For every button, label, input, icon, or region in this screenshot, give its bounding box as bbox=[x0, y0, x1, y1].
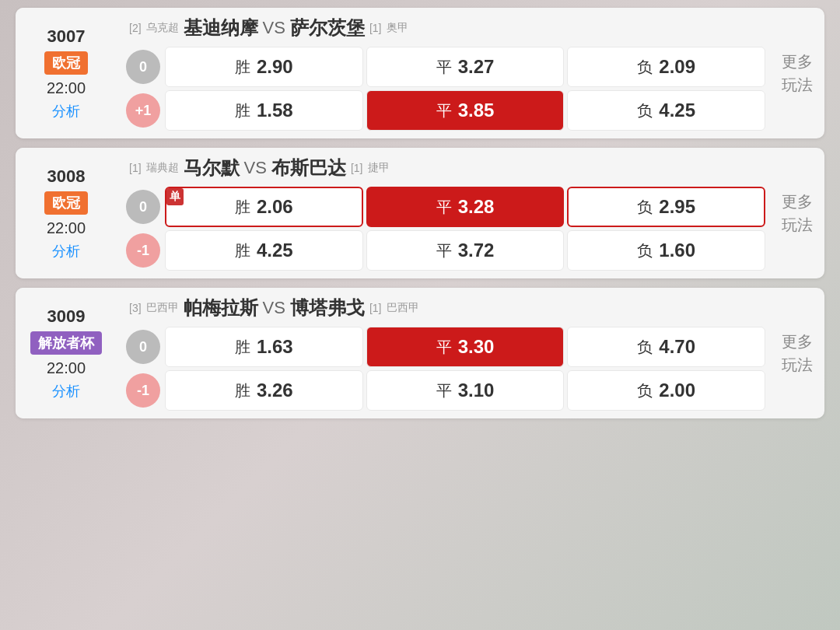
odds-value: 3.28 bbox=[458, 196, 495, 218]
odds-cell-2[interactable]: 负4.70 bbox=[567, 327, 765, 367]
odds-cell-wrapper-1: 平3.10 bbox=[366, 370, 565, 411]
odds-section: 0单胜2.06平3.28负2.95-1胜4.25平3.72负1.60 bbox=[121, 184, 770, 274]
odds-cell-0[interactable]: 胜2.06 bbox=[165, 187, 363, 227]
odds-value: 3.85 bbox=[458, 100, 495, 121]
match-time: 22:00 bbox=[47, 219, 86, 237]
odds-cells: 胜4.25平3.72负1.60 bbox=[165, 230, 765, 271]
match-id: 3008 bbox=[47, 166, 86, 187]
odds-type-label: 负 bbox=[637, 240, 653, 261]
odds-cell-0[interactable]: 胜2.90 bbox=[165, 47, 363, 87]
odds-cell-1[interactable]: 平3.10 bbox=[366, 370, 565, 411]
odds-cells: 胜1.58平3.85负4.25 bbox=[165, 90, 765, 131]
league-badge[interactable]: 欧冠 bbox=[44, 51, 88, 75]
vs-label: VS bbox=[263, 298, 285, 318]
match-time: 22:00 bbox=[47, 79, 86, 97]
odds-cell-1[interactable]: 平3.30 bbox=[366, 327, 565, 367]
odds-cell-1[interactable]: 平3.28 bbox=[366, 187, 565, 227]
analyze-link[interactable]: 分析 bbox=[52, 102, 80, 121]
odds-cell-wrapper-0: 胜1.63 bbox=[165, 327, 363, 367]
right-league-rank: [1] bbox=[351, 162, 363, 174]
single-badge: 单 bbox=[166, 188, 184, 205]
odds-type-label: 胜 bbox=[235, 57, 250, 78]
odds-value: 3.26 bbox=[257, 380, 293, 401]
match-title-row: [2] 乌克超 基迪纳摩 VS 萨尔茨堡 [1] 奥甲 bbox=[121, 12, 770, 44]
odds-row-0: 0胜1.63平3.30负4.70 bbox=[126, 327, 765, 367]
odds-value: 3.10 bbox=[458, 380, 495, 401]
more-panel[interactable]: 更多玩法 bbox=[770, 148, 824, 278]
odds-cell-wrapper-2: 负1.60 bbox=[567, 230, 765, 271]
team1-name: 马尔默 bbox=[184, 156, 240, 180]
odds-cell-wrapper-2: 负4.25 bbox=[567, 90, 765, 131]
handicap-badge: -1 bbox=[126, 373, 160, 408]
odds-cell-0[interactable]: 胜4.25 bbox=[165, 230, 363, 271]
left-league-label: 乌克超 bbox=[146, 21, 179, 35]
left-league-rank: [2] bbox=[129, 22, 142, 34]
vs-label: VS bbox=[244, 158, 267, 178]
odds-cell-wrapper-2: 负4.70 bbox=[567, 327, 765, 367]
league-badge[interactable]: 欧冠 bbox=[44, 191, 88, 215]
odds-cell-wrapper-1: 平3.28 bbox=[366, 187, 565, 227]
analyze-link[interactable]: 分析 bbox=[52, 242, 80, 261]
odds-row-0: 0胜2.90平3.27负2.09 bbox=[126, 47, 765, 87]
odds-value: 3.30 bbox=[458, 336, 495, 358]
left-league-label: 巴西甲 bbox=[146, 301, 179, 315]
odds-cell-0[interactable]: 胜1.58 bbox=[165, 90, 363, 131]
odds-cell-wrapper-1: 平3.27 bbox=[366, 47, 565, 87]
match-id: 3007 bbox=[47, 26, 86, 47]
odds-cell-2[interactable]: 负2.00 bbox=[567, 370, 765, 411]
match-title-row: [3] 巴西甲 帕梅拉斯 VS 博塔弗戈 [1] 巴西甲 bbox=[121, 292, 770, 324]
odds-type-label: 平 bbox=[436, 100, 452, 121]
handicap-badge: 0 bbox=[126, 330, 160, 364]
analyze-link[interactable]: 分析 bbox=[52, 382, 80, 401]
odds-row-1: +1胜1.58平3.85负4.25 bbox=[126, 90, 765, 131]
odds-cell-wrapper-1: 平3.72 bbox=[366, 230, 565, 271]
team2-name: 萨尔茨堡 bbox=[290, 16, 365, 40]
handicap-badge: 0 bbox=[126, 190, 160, 224]
right-panel-3009: [3] 巴西甲 帕梅拉斯 VS 博塔弗戈 [1] 巴西甲 0胜1.63平3.30… bbox=[117, 288, 770, 418]
odds-row-1: -1胜3.26平3.10负2.00 bbox=[126, 370, 765, 411]
match-card-3009: 3009解放者杯22:00分析 [3] 巴西甲 帕梅拉斯 VS 博塔弗戈 [1]… bbox=[16, 288, 824, 418]
odds-cell-2[interactable]: 负2.09 bbox=[567, 47, 765, 87]
more-panel[interactable]: 更多玩法 bbox=[770, 8, 824, 138]
odds-cell-1[interactable]: 平3.85 bbox=[366, 90, 565, 131]
odds-type-label: 胜 bbox=[235, 100, 250, 121]
right-league-rank: [1] bbox=[369, 22, 382, 34]
vs-label: VS bbox=[263, 18, 285, 38]
right-league-label: 巴西甲 bbox=[387, 301, 419, 315]
right-league-label: 捷甲 bbox=[368, 161, 390, 175]
odds-value: 4.25 bbox=[659, 100, 695, 121]
odds-cells: 胜3.26平3.10负2.00 bbox=[165, 370, 765, 411]
odds-value: 2.06 bbox=[257, 196, 293, 218]
odds-section: 0胜1.63平3.30负4.70-1胜3.26平3.10负2.00 bbox=[121, 324, 770, 414]
odds-cell-0[interactable]: 胜3.26 bbox=[165, 370, 363, 411]
odds-cell-wrapper-0: 胜1.58 bbox=[165, 90, 363, 131]
odds-cell-0[interactable]: 胜1.63 bbox=[165, 327, 363, 367]
match-id: 3009 bbox=[47, 306, 86, 327]
odds-value: 2.09 bbox=[659, 56, 695, 78]
left-panel-3008: 3008欧冠22:00分析 bbox=[16, 148, 117, 278]
odds-value: 2.90 bbox=[257, 56, 293, 78]
odds-type-label: 负 bbox=[637, 337, 653, 358]
odds-cell-2[interactable]: 负1.60 bbox=[567, 230, 765, 271]
league-badge[interactable]: 解放者杯 bbox=[30, 331, 102, 355]
odds-type-label: 平 bbox=[436, 240, 452, 261]
left-league-rank: [1] bbox=[129, 162, 142, 174]
odds-type-label: 负 bbox=[637, 100, 653, 121]
more-panel[interactable]: 更多玩法 bbox=[770, 288, 824, 418]
odds-row-0: 0单胜2.06平3.28负2.95 bbox=[126, 187, 765, 227]
odds-cell-wrapper-0: 胜2.90 bbox=[165, 47, 363, 87]
odds-cell-2[interactable]: 负4.25 bbox=[567, 90, 765, 131]
odds-cell-wrapper-0: 胜3.26 bbox=[165, 370, 363, 411]
handicap-badge: +1 bbox=[126, 93, 160, 128]
right-league-label: 奥甲 bbox=[387, 21, 408, 35]
odds-cell-1[interactable]: 平3.72 bbox=[366, 230, 565, 271]
match-card-3007: 3007欧冠22:00分析 [2] 乌克超 基迪纳摩 VS 萨尔茨堡 [1] 奥… bbox=[16, 8, 824, 138]
left-league-rank: [3] bbox=[129, 302, 142, 314]
odds-cell-2[interactable]: 负2.95 bbox=[567, 187, 765, 227]
right-league-rank: [1] bbox=[369, 302, 382, 314]
match-card-3008: 3008欧冠22:00分析 [1] 瑞典超 马尔默 VS 布斯巴达 [1] 捷甲… bbox=[16, 148, 824, 278]
odds-type-label: 平 bbox=[436, 57, 452, 78]
odds-cell-1[interactable]: 平3.27 bbox=[366, 47, 565, 87]
right-panel-3008: [1] 瑞典超 马尔默 VS 布斯巴达 [1] 捷甲 0单胜2.06平3.28负… bbox=[117, 148, 770, 278]
team1-name: 基迪纳摩 bbox=[184, 16, 258, 40]
